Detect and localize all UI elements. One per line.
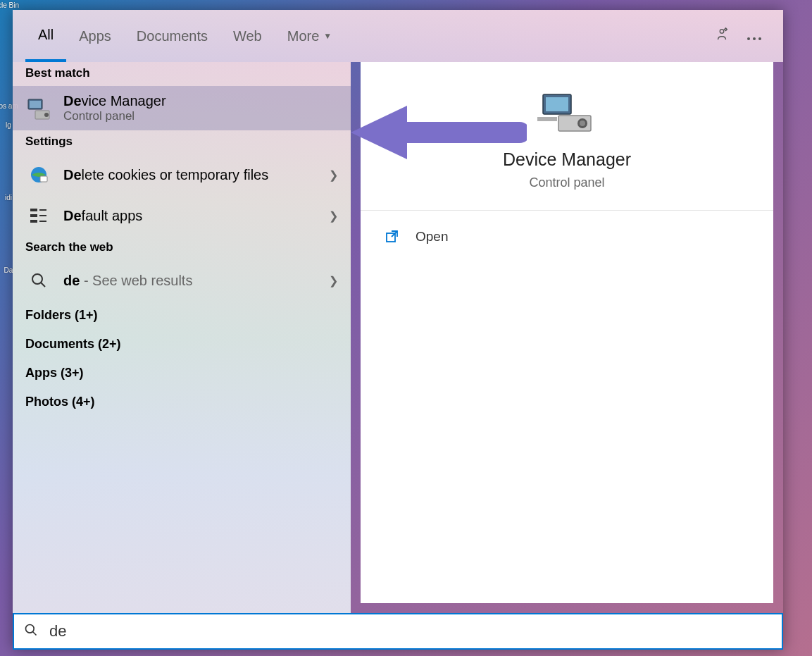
- results-pane: Best match Device Manager Control panel …: [13, 62, 351, 613]
- preview-header: Device Manager Control panel: [361, 62, 773, 211]
- search-icon: [25, 267, 52, 294]
- search-input[interactable]: [49, 622, 772, 640]
- svg-point-3: [758, 37, 761, 40]
- svg-line-17: [41, 283, 45, 287]
- desktop-icon-recycle-bin[interactable]: cle Bin: [0, 0, 20, 11]
- search-panel-top: All Apps Documents Web More ▼ Best match: [13, 10, 783, 613]
- svg-point-2: [753, 37, 756, 40]
- search-bar[interactable]: [13, 613, 783, 650]
- svg-point-26: [26, 624, 35, 633]
- category-documents[interactable]: Documents (2+): [13, 330, 351, 359]
- search-body: Best match Device Manager Control panel …: [13, 62, 783, 613]
- svg-point-0: [720, 29, 724, 33]
- category-apps[interactable]: Apps (3+): [13, 359, 351, 388]
- preview-pane: Device Manager Control panel Open: [361, 62, 773, 603]
- chevron-right-icon: ❯: [329, 209, 338, 223]
- result-device-manager[interactable]: Device Manager Control panel: [13, 86, 351, 130]
- preview-title: Device Manager: [503, 149, 631, 170]
- preview-subtitle: Control panel: [529, 175, 604, 190]
- action-label: Open: [416, 229, 448, 245]
- feedback-icon[interactable]: [706, 27, 738, 46]
- result-subtitle: Control panel: [63, 109, 338, 123]
- svg-rect-19: [546, 97, 568, 111]
- more-options-icon[interactable]: [738, 28, 770, 44]
- best-match-header: Best match: [13, 62, 351, 86]
- svg-point-16: [32, 274, 42, 284]
- result-web-search[interactable]: de - See web results ❯: [13, 260, 351, 301]
- svg-point-22: [580, 120, 585, 126]
- result-title: Device Manager: [63, 93, 338, 109]
- search-web-header: Search the web: [13, 236, 351, 260]
- globe-icon: [25, 161, 52, 188]
- search-icon: [24, 623, 38, 640]
- svg-rect-10: [31, 209, 37, 211]
- svg-rect-11: [31, 215, 37, 216]
- svg-line-27: [33, 631, 37, 635]
- svg-point-7: [44, 113, 49, 117]
- preview-device-manager-icon: [537, 90, 596, 132]
- device-manager-icon: [25, 95, 52, 122]
- search-tabs: All Apps Documents Web More ▼: [13, 10, 783, 62]
- svg-rect-9: [40, 176, 47, 182]
- tab-documents[interactable]: Documents: [124, 10, 220, 62]
- tab-all[interactable]: All: [25, 10, 66, 62]
- chevron-right-icon: ❯: [329, 168, 338, 182]
- open-icon: [385, 229, 400, 245]
- svg-point-1: [747, 37, 750, 40]
- category-folders[interactable]: Folders (1+): [13, 301, 351, 330]
- category-photos[interactable]: Photos (4+): [13, 388, 351, 416]
- chevron-down-icon: ▼: [323, 31, 332, 41]
- settings-header: Settings: [13, 130, 351, 154]
- chevron-right-icon: ❯: [329, 274, 338, 287]
- default-apps-icon: [25, 202, 52, 229]
- search-panel: All Apps Documents Web More ▼ Best match: [13, 10, 783, 650]
- svg-rect-12: [31, 221, 37, 222]
- preview-actions: Open: [361, 211, 773, 263]
- result-default-apps[interactable]: Default apps ❯: [13, 195, 351, 236]
- svg-rect-23: [537, 117, 557, 121]
- tab-more[interactable]: More ▼: [275, 10, 344, 62]
- tab-apps[interactable]: Apps: [66, 10, 124, 62]
- svg-rect-5: [30, 101, 41, 108]
- result-delete-cookies[interactable]: Delete cookies or temporary files ❯: [13, 154, 351, 195]
- tab-web[interactable]: Web: [220, 10, 275, 62]
- action-open[interactable]: Open: [382, 223, 752, 250]
- svg-line-25: [392, 231, 397, 237]
